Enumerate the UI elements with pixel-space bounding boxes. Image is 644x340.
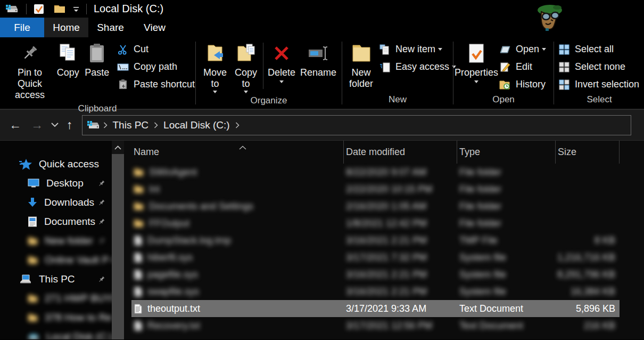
pin-icon: [97, 180, 105, 188]
cut-button[interactable]: Cut: [117, 41, 195, 58]
folder-icon: [28, 294, 38, 303]
group-open: Properties Open Edit: [454, 37, 553, 109]
file-type: System file: [459, 269, 506, 280]
table-row[interactable]: Documents and Settings2/16/2020 1:05 AMF…: [124, 198, 644, 215]
pin-to-quick-access-button[interactable]: Pin to Quick access: [5, 41, 54, 102]
recent-locations-chevron[interactable]: [48, 123, 62, 127]
file-icon: [134, 321, 142, 331]
table-row[interactable]: DumpStack.log.tmp3/16/2021 2:21 PMTMP Fi…: [124, 232, 644, 249]
copy-path-button[interactable]: Copy path: [117, 58, 195, 76]
button-label: Select all: [575, 44, 614, 55]
folder-icon: [28, 313, 38, 322]
sidebar-item-documents[interactable]: Documents: [0, 212, 112, 231]
dropdown-caret: [213, 91, 217, 93]
button-label: Pin to Quick access: [7, 67, 52, 101]
folder-icon: [134, 219, 144, 228]
delete-button[interactable]: Delete: [265, 41, 298, 84]
copy-to-button[interactable]: Copy to: [230, 41, 261, 94]
this-pc-icon: [19, 274, 32, 285]
history-button[interactable]: History: [499, 76, 546, 93]
table-row[interactable]: Recovery.txt3/17/2021 12:56 PMText Docum…: [124, 317, 644, 334]
button-label: Select none: [575, 61, 625, 72]
button-label: Move to: [202, 67, 228, 90]
text-file-icon: [134, 304, 142, 314]
scroll-up-icon[interactable]: [112, 141, 124, 154]
column-header-type[interactable]: Type: [457, 141, 556, 164]
sidebar-item-downloads[interactable]: Downloads: [0, 193, 112, 212]
paste-shortcut-button[interactable]: Paste shortcut: [117, 76, 195, 93]
copy-path-icon: [117, 63, 129, 71]
sidebar-item-label: Local Disk (C:): [46, 331, 112, 339]
table-row[interactable]: Int2/22/2020 10:15 PMFile folder: [124, 181, 644, 198]
table-row[interactable]: hiberfil.sys3/17/2021 7:32 PMSystem file…: [124, 249, 644, 266]
tab-home[interactable]: Home: [44, 18, 88, 37]
select-all-button[interactable]: Select all: [558, 41, 639, 58]
pushpin-icon: [20, 42, 39, 65]
new-folder-qat-icon[interactable]: [52, 3, 68, 14]
table-row[interactable]: FFOutput1/8/2021 12:42 PMFile folder: [124, 215, 644, 232]
properties-button[interactable]: Properties: [455, 41, 498, 84]
qat-dropdown-icon[interactable]: [71, 4, 81, 14]
sidebar-item-new-folder[interactable]: New folder: [0, 231, 112, 250]
group-separator: [554, 42, 554, 104]
tab-view[interactable]: View: [133, 18, 177, 37]
new-item-button[interactable]: New item: [378, 41, 456, 58]
table-row[interactable]: theoutput.txt3/17/2021 9:33 AMText Docum…: [124, 300, 644, 317]
breadcrumb-local-disk[interactable]: Local Disk (C:): [161, 119, 232, 131]
back-button[interactable]: ←: [4, 119, 26, 131]
table-row[interactable]: pagefile.sys3/16/2021 2:21 PMSystem file…: [124, 266, 644, 283]
file-type: File folder: [459, 201, 501, 212]
quick-access-star-icon: [19, 158, 32, 170]
easy-access-button[interactable]: Easy access: [378, 58, 456, 76]
file-rows: SWinAgent8/22/2020 9:07 AMFile folderInt…: [124, 164, 644, 334]
pin-icon: [109, 256, 112, 264]
file-icon: [134, 253, 142, 263]
copy-button[interactable]: Copy: [54, 41, 82, 79]
button-label: Copy: [57, 67, 79, 78]
column-header-size[interactable]: Size: [556, 141, 620, 164]
move-to-button[interactable]: Move to: [200, 41, 230, 94]
folder-icon: [134, 168, 144, 176]
button-label: Edit: [516, 61, 532, 72]
new-folder-button[interactable]: New folder: [347, 41, 375, 91]
folder-icon: [28, 256, 38, 264]
file-name: pagefile.sys: [147, 269, 198, 280]
table-row[interactable]: SWinAgent8/22/2020 9:07 AMFile folder: [124, 164, 644, 181]
open-button[interactable]: Open: [499, 41, 546, 58]
invert-selection-icon: [558, 79, 571, 90]
address-bar[interactable]: This PC Local Disk (C:): [82, 115, 632, 135]
properties-check-icon[interactable]: [31, 3, 46, 15]
rename-button[interactable]: Rename: [298, 41, 338, 79]
edit-button[interactable]: Edit: [499, 58, 546, 76]
breadcrumb-this-pc[interactable]: This PC: [111, 119, 151, 131]
navigation-pane: Quick accessDesktopDownloadsDocumentsNew…: [0, 141, 112, 339]
sidebar-scrollbar[interactable]: [112, 141, 124, 339]
qat-separator: [26, 4, 27, 14]
tab-file[interactable]: File: [0, 18, 44, 37]
column-header-date-modified[interactable]: Date modified: [344, 141, 457, 164]
file-size: 16,384 KB: [571, 286, 615, 297]
sidebar-item-this-pc[interactable]: This PC: [0, 270, 112, 289]
column-headers: Name Date modified Type Size: [124, 141, 644, 164]
file-list: Name Date modified Type Size SWinAgent8/…: [124, 141, 644, 339]
sidebar-item-desktop[interactable]: Desktop: [0, 174, 112, 193]
file-type: Text Document: [459, 320, 523, 331]
table-row[interactable]: swapfile.sys3/16/2021 2:21 PMSystem file…: [124, 283, 644, 300]
forward-button[interactable]: →: [26, 119, 48, 131]
sidebar-item-quick-access[interactable]: Quick access: [0, 155, 112, 174]
sidebar-item-local-disk-c-[interactable]: Local Disk (C:): [0, 327, 112, 339]
sidebar-item-378-how-to-re[interactable]: 378 How to Re: [0, 308, 112, 327]
sidebar-item-online-vault-p[interactable]: Online Vault P: [0, 250, 112, 270]
paste-button[interactable]: Paste: [82, 41, 112, 79]
tab-share[interactable]: Share: [88, 18, 133, 37]
scrollbar-thumb[interactable]: [112, 154, 124, 339]
up-button[interactable]: ↑: [62, 119, 78, 131]
invert-selection-button[interactable]: Invert selection: [558, 76, 639, 93]
pin-icon: [97, 199, 105, 207]
file-type: Text Document: [459, 303, 523, 314]
column-header-name[interactable]: Name: [133, 141, 344, 164]
select-none-button[interactable]: Select none: [558, 58, 639, 76]
breadcrumb-chevron[interactable]: [232, 122, 243, 128]
group-label-select: Select: [555, 93, 644, 109]
sidebar-item-271-hwp-buyi[interactable]: 271 HWP BUYI: [0, 289, 112, 308]
